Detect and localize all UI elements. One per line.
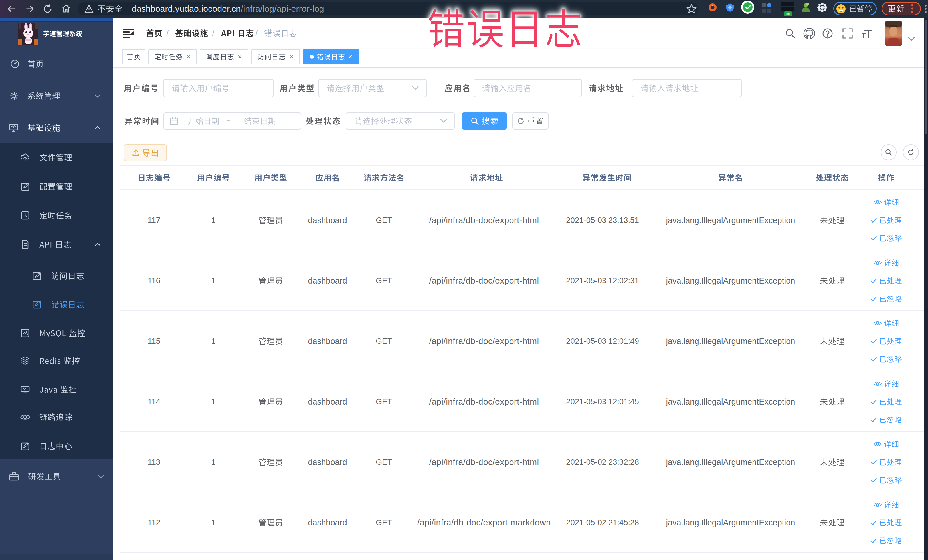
svg-text:on: on bbox=[786, 12, 790, 15]
